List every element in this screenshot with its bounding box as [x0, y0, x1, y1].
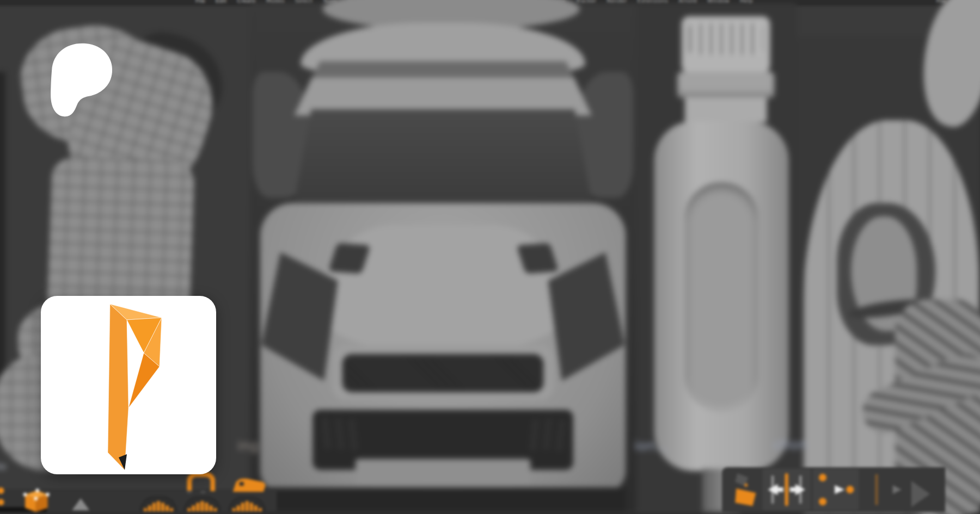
connector-neck [685, 97, 767, 122]
paint-bucket-icon[interactable] [734, 472, 762, 507]
weld-collapse-icon [766, 472, 807, 507]
wedge-triangle-icon[interactable] [72, 498, 89, 510]
polygon-cube-icon[interactable] [19, 487, 53, 512]
car-splitter [356, 459, 531, 485]
low-poly-p-logo [41, 296, 216, 474]
slide-arrow-disabled-icon[interactable] [865, 472, 906, 507]
magnet-icon[interactable] [187, 472, 215, 491]
right-tab-label-fragment: ction [774, 437, 807, 453]
plugin-logo-card [41, 296, 216, 474]
cinema4d-screenshot: FileEditCreateModesSelectToolsMeshSpline… [0, 0, 980, 514]
left-tab-label-fragment: ing [237, 438, 259, 454]
iron-icon[interactable] [229, 476, 269, 494]
connector-collar [677, 72, 775, 98]
car-floor-shadow [260, 487, 626, 512]
connector-recess [685, 182, 758, 412]
car-hood [321, 225, 564, 351]
car-grille-mesh [342, 354, 544, 392]
left-edge-label-fragment: tio [0, 461, 7, 472]
spread-points-icon [816, 472, 855, 507]
connector-cap-ridges [689, 24, 763, 54]
patreon-logo [40, 38, 114, 119]
center-tab-label-fragment: ion... [634, 438, 669, 454]
left-panel-edge [0, 72, 5, 375]
flag-disabled-icon[interactable] [911, 481, 930, 507]
